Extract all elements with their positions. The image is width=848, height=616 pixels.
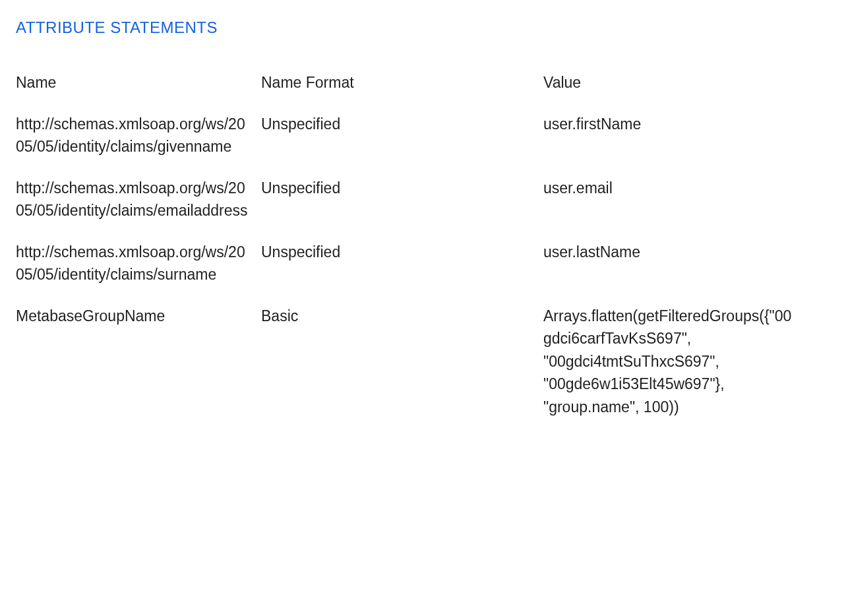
attribute-statements-table: Name Name Format Value http://schemas.xm…	[16, 71, 832, 437]
table-header-format: Name Format	[261, 71, 543, 113]
table-cell-value: user.email	[543, 177, 807, 241]
table-cell-format: Basic	[261, 305, 543, 437]
table-cell-value: user.firstName	[543, 113, 807, 177]
table-header-value: Value	[543, 71, 807, 113]
table-cell-value: user.lastName	[543, 241, 807, 305]
table-cell-value: Arrays.flatten(getFilteredGroups({"00gdc…	[543, 305, 807, 437]
table-cell-name: http://schemas.xmlsoap.org/ws/2005/05/id…	[16, 177, 261, 241]
table-cell-format: Unspecified	[261, 177, 543, 241]
table-cell-format: Unspecified	[261, 113, 543, 177]
table-header-name: Name	[16, 71, 261, 113]
table-cell-name: http://schemas.xmlsoap.org/ws/2005/05/id…	[16, 241, 261, 305]
table-cell-name: http://schemas.xmlsoap.org/ws/2005/05/id…	[16, 113, 261, 177]
table-cell-name: MetabaseGroupName	[16, 305, 261, 437]
table-cell-format: Unspecified	[261, 241, 543, 305]
section-title: ATTRIBUTE STATEMENTS	[16, 16, 832, 40]
